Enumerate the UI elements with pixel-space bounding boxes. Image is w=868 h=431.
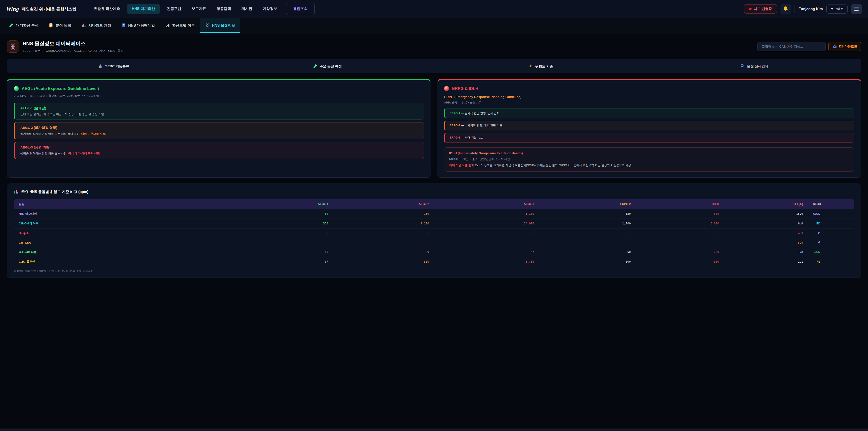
page-header: HNS 물질정보 데이터베이스 SEBC 거동분류 · CHRIS/CAMEO … (7, 40, 861, 53)
nav-item-reports[interactable]: 보고자료 (188, 4, 210, 14)
erpg-2-row: ERPG-2 — 비가역적 영향, 대피 판단 기준 (444, 121, 854, 130)
column-header-idlh: IDLH (636, 199, 724, 209)
cell-lfl: 15.0 (724, 209, 808, 219)
download-icon (833, 44, 837, 49)
red-dot-icon (749, 8, 752, 10)
cell-erpg2: 1,000 (539, 219, 636, 228)
cell-aegl1: 19 (224, 247, 333, 257)
divider (795, 5, 795, 13)
subtab-diffusion-model-theory[interactable]: 확산모델 이론 (160, 18, 200, 33)
idlh-description: 최대 허용 노출 한계로서 이 농도를 초과하면 자급식 호흡장치(SCBA) … (449, 163, 849, 167)
cell-aegl2: - (333, 228, 434, 238)
column-header-aegl1: AEGL-1 (224, 199, 333, 209)
idlh-box: IDLH (Immediately Dangerous to Life or H… (444, 147, 854, 172)
page-header-text: HNS 물질정보 데이터베이스 SEBC 거동분류 · CHRIS/CAMEO … (23, 40, 123, 53)
cell-aegl1: - (224, 228, 333, 238)
table-footnote: ※ AEGL: 60분 기준 / ERPG: 1시간 노출 / IDLH: 30… (14, 270, 854, 273)
cell-aegl3: 57 (434, 247, 539, 257)
tab-label: 위험도 기준 (535, 64, 553, 68)
tab-label: 물질 상세검색 (747, 64, 768, 68)
cell-lfl: 1.8 (724, 247, 808, 257)
aegl-1-title: AEGL-1 (불쾌감) (20, 106, 418, 110)
red-dot-icon (444, 86, 449, 91)
table-row: C₇H₈ 톨루엔675603,7003005001.1FE (14, 257, 854, 267)
subtab-atmospheric-analysis[interactable]: 대기확산 분석 (4, 18, 43, 33)
cell-substance: C₆H₅OH 페놀 (14, 247, 224, 257)
dna-icon (205, 23, 210, 29)
hamburger-menu-button[interactable] (851, 4, 862, 14)
hamburger-menu-icon (854, 7, 859, 7)
aegl-3-description: 생명을 위협하는 건강 영향 또는 사망. 즉시 대피·격리 구역 설정. (20, 152, 418, 155)
cell-aegl2: 2,100 (333, 219, 434, 228)
sub-tab-bar: 대기확산 분석 분석 목록 시나리오 관리 HNS 대응매뉴얼 확산모델 이론 … (0, 18, 868, 33)
table-row: H₂ 수소-----4.0G (14, 228, 854, 238)
hns-table-body: NH₃ 암모니아301601,10015030015.0G/GDCH₃OH 메탄… (14, 209, 854, 267)
risk-panels: AEGL (Acute Exposure Guideline Level) 미국… (7, 79, 861, 178)
user-name: Eunjeong Kim (798, 7, 823, 11)
column-header-aegl3: AEGL-3 (434, 199, 539, 209)
cell-aegl3: 14,000 (434, 219, 539, 228)
cell-aegl1: - (224, 238, 333, 247)
cell-erpg2: 50 (539, 247, 636, 257)
nav-item-oil-spill[interactable]: 유출유 확산예측 (90, 4, 123, 14)
comparison-table-title: 주요 HNS 물질별 위험도 기준 비교 (ppm) (14, 189, 854, 195)
erpg-1-row: ERPG-1 — 일시적 건강 영향, 냄새 감지 (444, 109, 854, 118)
cell-aegl2: 29 (333, 247, 434, 257)
app-title: 해양환경 위기대응 통합시스템 (22, 6, 76, 12)
comparison-table-panel: 주요 HNS 물질별 위험도 기준 비교 (ppm) 물질AEGL-1AEGL-… (7, 184, 861, 278)
magnifier-icon (740, 64, 745, 69)
cell-lfl: 6.0 (724, 219, 808, 228)
tab-risk-criteria[interactable]: 위험도 기준 (434, 59, 648, 73)
nav-item-hns-atmosphere[interactable]: HNS·대기확산 (127, 4, 160, 14)
cell-aegl2: - (333, 238, 434, 247)
subtab-analysis-list[interactable]: 분석 목록 (43, 18, 76, 33)
subtab-scenario-management[interactable]: 시나리오 관리 (76, 18, 116, 33)
subtab-hns-manual[interactable]: HNS 대응매뉴얼 (116, 18, 160, 33)
aegl-panel-title: AEGL (Acute Exposure Guideline Level) (22, 86, 99, 91)
cell-idlh: - (636, 238, 724, 247)
bottom-edge-strip (0, 429, 868, 431)
idlh-subtitle: NIOSH — 30분 노출 시 생명/건강에 즉각적 위험 (449, 157, 849, 161)
cell-sebc: G/GD (808, 209, 854, 219)
column-header-sebc: SEBC (808, 199, 854, 209)
page-header-left: HNS 물질정보 데이터베이스 SEBC 거동분류 · CHRIS/CAMEO … (7, 40, 123, 53)
subtab-label: 대기확산 분석 (16, 23, 38, 28)
nav-item-weather[interactable]: 기상정보 (259, 4, 281, 14)
cell-aegl1: 30 (224, 209, 333, 219)
tab-substance-properties[interactable]: 주요 물질 특성 (221, 59, 434, 73)
nav-item-emergency-rescue[interactable]: 긴급구난 (163, 4, 185, 14)
cell-sebc: ED (808, 219, 854, 228)
pen-icon (313, 64, 317, 69)
logout-button[interactable]: 로그아웃 (827, 4, 848, 13)
cell-aegl3: - (434, 228, 539, 238)
subtab-hns-substance-info[interactable]: HNS 물질정보 (200, 18, 240, 33)
aegl-2-description: 비가역적/장기적 건강 영향 또는 대피 능력 저하. 대피 기준으로 사용. (20, 132, 418, 136)
tab-substance-detail-search[interactable]: 물질 상세검색 (648, 59, 861, 73)
cell-lfl: 4.0 (724, 228, 808, 238)
cell-idlh: 6,000 (636, 219, 724, 228)
nav-item-board[interactable]: 게시판 (238, 4, 256, 14)
nav-item-integrated-search[interactable]: 통합조회 (286, 3, 315, 15)
book-icon (121, 23, 126, 29)
hns-comparison-table: 물질AEGL-1AEGL-2AEGL-3ERPG-2IDLHLFL(%)SEBC… (14, 199, 854, 267)
cell-aegl3: - (434, 238, 539, 247)
green-dot-icon (14, 86, 19, 91)
aegl-1-description: 눈에 띄는 불쾌감, 자극 또는 비감각적 증상. 노출 중단 시 증상 소멸. (20, 112, 418, 116)
cell-aegl2: 560 (333, 257, 434, 267)
cell-aegl1: 530 (224, 219, 333, 228)
db-download-button[interactable]: DB 다운로드 (829, 42, 861, 51)
cell-lfl: 5.0 (724, 238, 808, 247)
idlh-title: IDLH (Immediately Dangerous to Life or H… (449, 151, 849, 155)
db-download-label: DB 다운로드 (839, 44, 857, 49)
bar-chart-icon (14, 189, 19, 195)
cell-idlh: 300 (636, 209, 724, 219)
substance-search-input[interactable] (757, 42, 826, 51)
notifications-button[interactable] (780, 4, 791, 14)
cell-aegl3: 3,700 (434, 257, 539, 267)
aegl-panel-header: AEGL (Acute Exposure Guideline Level) (14, 86, 424, 91)
subtab-label: HNS 대응매뉴얼 (128, 23, 155, 28)
nav-item-aerial-search[interactable]: 항공탐색 (213, 4, 235, 14)
tab-sebc-classification[interactable]: SEBC 거동분류 (7, 59, 221, 73)
subtab-label: 확산모델 이론 (172, 23, 195, 28)
cell-substance: CH₄ LNG (14, 238, 224, 247)
